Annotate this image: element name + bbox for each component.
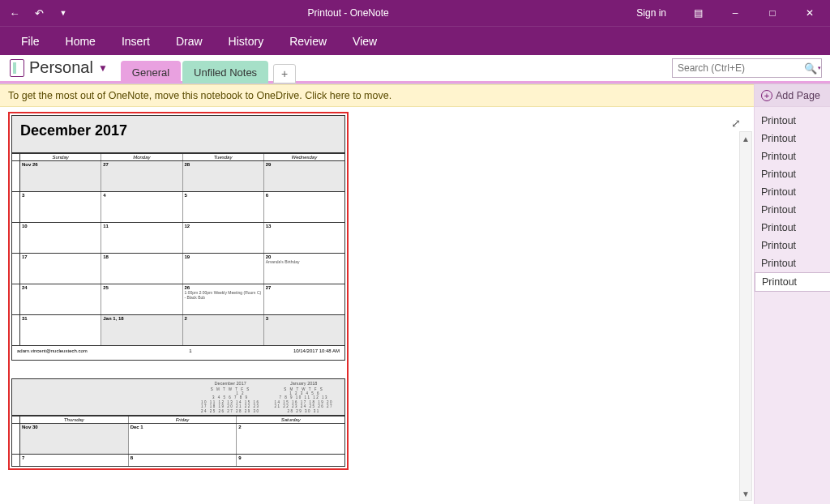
menu-file[interactable]: File: [8, 30, 53, 53]
search-icon[interactable]: 🔍▾: [804, 62, 821, 75]
back-icon[interactable]: ←: [6, 5, 23, 21]
calendar-cell: Nov 26: [20, 161, 101, 191]
page-list-item[interactable]: Printout: [755, 112, 830, 130]
add-page-label: Add Page: [776, 90, 820, 101]
calendar-day-headers: Sunday Monday Tuesday Wednesday: [12, 154, 344, 161]
maximize-icon[interactable]: □: [755, 0, 789, 26]
scroll-up-icon[interactable]: ▲: [740, 132, 751, 145]
close-icon[interactable]: ✕: [793, 0, 827, 26]
calendar-cell: 2: [183, 315, 264, 345]
page-list-item[interactable]: Printout: [755, 201, 830, 219]
page-list-item[interactable]: Printout: [755, 219, 830, 237]
calendar-cell: 12: [183, 223, 264, 253]
day-header: Saturday: [237, 416, 344, 423]
calendar-cell: Dec 1: [129, 424, 237, 454]
sign-in-button[interactable]: Sign in: [625, 0, 678, 26]
page-list-item[interactable]: Printout: [755, 254, 830, 272]
calendar-cell: 31: [20, 315, 101, 345]
ribbon-display-icon[interactable]: ▤: [681, 0, 715, 26]
vertical-scrollbar[interactable]: ▲ ▼: [739, 131, 752, 501]
calendar-cell: 25: [101, 284, 182, 314]
minimize-icon[interactable]: –: [718, 0, 752, 26]
calendar-cell: 24: [20, 284, 101, 314]
calendar-cell: 18: [101, 254, 182, 284]
mini-calendar-jan: January 2018 S M T W T F S 1 2 3 4 5 6 7…: [274, 381, 333, 413]
printout-selection[interactable]: December 2017 Sunday Monday Tuesday Wedn…: [8, 112, 349, 470]
calendar-footer: adam.vincent@nucleustech.com 1 10/14/201…: [12, 346, 344, 360]
page-list-item[interactable]: Printout: [755, 130, 830, 147]
calendar-cell: 28: [183, 161, 264, 191]
calendar-row: 17181920Amanda's Birthday: [12, 254, 344, 284]
footer-email: adam.vincent@nucleustech.com: [17, 348, 88, 353]
calendar-cell: 10: [20, 223, 101, 253]
calendar-cell: 2: [237, 424, 344, 454]
calendar-cell: 13: [264, 223, 344, 253]
calendar-cell: 27: [264, 284, 344, 314]
menu-draw[interactable]: Draw: [163, 30, 216, 53]
search-input[interactable]: [673, 61, 804, 75]
calendar-cell: Nov 30: [20, 424, 129, 454]
calendar-cell: 19: [183, 254, 264, 284]
calendar-cell: 9: [237, 455, 344, 466]
calendar-title: December 2017: [12, 116, 344, 154]
day-header: Sunday: [20, 154, 101, 160]
calendar-cell: 29: [264, 161, 344, 191]
section-tab-general[interactable]: General: [121, 61, 181, 83]
section-tabs-row: Personal ▼ General Unfiled Notes + 🔍▾: [0, 55, 830, 84]
footer-pagenum: 1: [189, 348, 191, 353]
menu-review[interactable]: Review: [276, 30, 340, 53]
calendar-cell: 8: [129, 455, 237, 466]
qat-customize-icon[interactable]: ▼: [55, 5, 71, 21]
calendar-page-2: December 2017 S M T W T F S 1 2 3 4 5 6 …: [11, 378, 345, 467]
calendar-row: 31Jan 1, 1823: [12, 315, 344, 346]
calendar-cell: 4: [101, 192, 182, 222]
calendar-row: Nov 26272829: [12, 161, 344, 192]
window-title: Printout - OneNote: [71, 7, 625, 19]
calendar-row: 2425261:00pm 2:00pm Weekly Meeting (Room…: [12, 284, 344, 315]
add-page-button[interactable]: + Add Page: [755, 84, 830, 107]
calendar-row: 10111213: [12, 223, 344, 254]
calendar-row: 3456: [12, 192, 344, 223]
calendar-row: 7 8 9: [12, 455, 344, 466]
menu-view[interactable]: View: [340, 30, 390, 53]
menu-history[interactable]: History: [216, 30, 277, 53]
calendar-cell: 6: [264, 192, 344, 222]
menu-insert[interactable]: Insert: [109, 30, 163, 53]
plus-icon: +: [761, 90, 772, 101]
undo-icon[interactable]: ↶: [31, 5, 47, 21]
day-header: Thursday: [20, 416, 129, 423]
notebook-dropdown[interactable]: Personal ▼: [6, 55, 114, 83]
page-list-item[interactable]: Printout: [755, 183, 830, 201]
page-list-sidebar: PrintoutPrintoutPrintoutPrintoutPrintout…: [754, 107, 830, 504]
calendar-cell: 11: [101, 223, 182, 253]
calendar-cell: 17: [20, 254, 101, 284]
calendar-cell: 7: [20, 455, 129, 466]
fullscreen-icon[interactable]: ⤢: [731, 117, 741, 130]
calendar-page-1: December 2017 Sunday Monday Tuesday Wedn…: [11, 115, 345, 361]
section-tab-unfiled-notes[interactable]: Unfiled Notes: [182, 61, 268, 83]
add-section-button[interactable]: +: [273, 64, 296, 83]
calendar-row: Nov 30 Dec 1 2: [12, 424, 344, 455]
page-list-item[interactable]: Printout: [755, 237, 830, 254]
calendar-cell: 27: [101, 161, 182, 191]
menu-bar: File Home Insert Draw History Review Vie…: [0, 26, 830, 55]
calendar-cell: 20Amanda's Birthday: [264, 254, 344, 284]
note-canvas[interactable]: ⤢ ▲ ▼ December 2017 Sunday Monday Tuesda…: [0, 107, 754, 504]
mini-calendar-dec: December 2017 S M T W T F S 1 2 3 4 5 6 …: [201, 381, 260, 413]
day-header: Friday: [129, 416, 237, 423]
notebook-icon: [10, 59, 24, 77]
calendar-cell: 3: [264, 315, 344, 345]
page-list-item[interactable]: Printout: [755, 272, 830, 292]
search-box[interactable]: 🔍▾: [672, 58, 822, 78]
footer-timestamp: 10/14/2017 10:48 AM: [293, 348, 340, 353]
page-list-item[interactable]: Printout: [755, 165, 830, 183]
onedrive-info-bar[interactable]: To get the most out of OneNote, move thi…: [0, 84, 754, 107]
day-header: Monday: [101, 154, 182, 160]
title-bar: ← ↶ ▼ Printout - OneNote Sign in ▤ – □ ✕: [0, 0, 830, 26]
page-list-item[interactable]: Printout: [755, 147, 830, 165]
calendar-cell: 261:00pm 2:00pm Weekly Meeting (Room C) …: [183, 284, 264, 314]
chevron-down-icon: ▼: [98, 62, 108, 74]
menu-home[interactable]: Home: [53, 30, 109, 53]
day-header: Tuesday: [183, 154, 264, 160]
scroll-down-icon[interactable]: ▼: [740, 487, 751, 500]
